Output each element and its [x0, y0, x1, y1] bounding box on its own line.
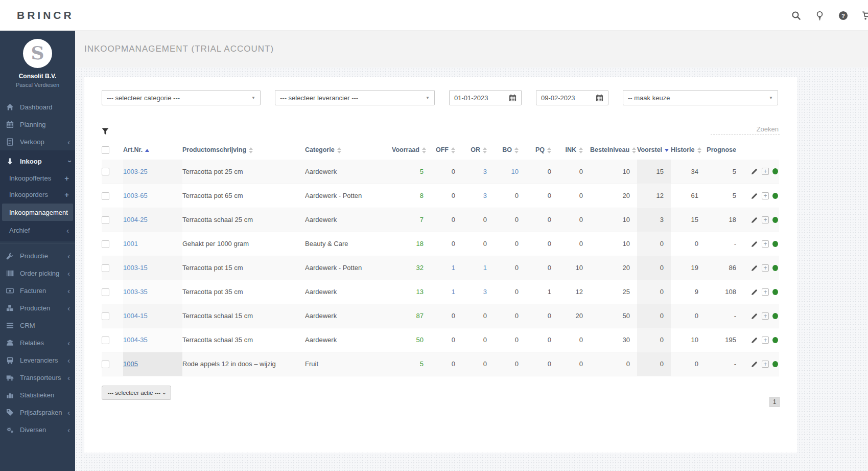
- sort-icon[interactable]: [337, 147, 341, 153]
- plus-square-icon[interactable]: +: [762, 216, 769, 223]
- column-header-pq[interactable]: PQ: [526, 140, 558, 160]
- row-checkbox[interactable]: [102, 337, 109, 344]
- sidebar-item-archief[interactable]: Archief‹: [0, 222, 75, 238]
- pencil-icon[interactable]: [751, 240, 758, 248]
- sidebar-item-transporteurs[interactable]: Transporteurs‹: [0, 369, 75, 386]
- category-select[interactable]: --- selecteer categorie --- ▼: [102, 90, 261, 105]
- column-header-prognose[interactable]: Prognose: [706, 140, 743, 160]
- calendar-icon[interactable]: [596, 94, 603, 102]
- row-checkbox[interactable]: [102, 240, 109, 248]
- sort-asc-icon[interactable]: [145, 149, 149, 152]
- sidebar-item-facturen[interactable]: Facturen‹: [0, 282, 75, 299]
- sidebar-item-prijsafspraken[interactable]: Prijsafspraken‹: [0, 403, 75, 421]
- category-cell: Aardewerk: [305, 208, 392, 232]
- sidebar-item-diversen[interactable]: Diversen‹: [0, 421, 75, 438]
- artnr-link[interactable]: 1004-15: [123, 312, 148, 320]
- plus-square-icon[interactable]: +: [762, 168, 769, 175]
- column-header-ink[interactable]: INK: [558, 140, 590, 160]
- sidebar-item-productie[interactable]: Productie‹: [0, 247, 75, 264]
- sidebar-item-producten[interactable]: Producten‹: [0, 299, 75, 317]
- pencil-icon[interactable]: [751, 288, 758, 296]
- date-from-input[interactable]: [454, 94, 509, 102]
- sort-icon[interactable]: [632, 147, 636, 153]
- sidebar-item-planning[interactable]: Planning: [0, 116, 75, 133]
- sort-icon[interactable]: [422, 147, 426, 153]
- sort-icon[interactable]: [249, 147, 253, 153]
- pencil-icon[interactable]: [751, 361, 758, 368]
- plus-icon[interactable]: +: [64, 190, 69, 199]
- sidebar-item-verkoop[interactable]: Verkoop‹: [0, 133, 75, 150]
- artnr-link[interactable]: 1004-35: [123, 336, 148, 344]
- supplier-select[interactable]: --- selecteer leverancier --- ▼: [275, 90, 435, 105]
- sort-icon[interactable]: [451, 147, 455, 153]
- artnr-link[interactable]: 1003-65: [123, 192, 148, 199]
- sort-icon[interactable]: [483, 147, 487, 153]
- sort-desc-icon[interactable]: [665, 149, 669, 152]
- column-header-voorraad[interactable]: Voorraad: [392, 140, 431, 160]
- plus-square-icon[interactable]: +: [762, 264, 769, 272]
- sort-icon[interactable]: [579, 147, 583, 153]
- pencil-icon[interactable]: [751, 216, 758, 223]
- pencil-icon[interactable]: [751, 264, 758, 272]
- sidebar-item-inkoopoffertes[interactable]: Inkoopoffertes+: [0, 170, 75, 186]
- row-checkbox[interactable]: [102, 361, 109, 368]
- sidebar-item-inkoop[interactable]: Inkoop‹: [0, 152, 75, 170]
- pencil-icon[interactable]: [751, 337, 758, 344]
- column-header-bestelniveau[interactable]: Bestelniveau: [590, 140, 637, 160]
- sort-icon[interactable]: [697, 147, 701, 153]
- column-header-or[interactable]: OR: [462, 140, 494, 160]
- plus-square-icon[interactable]: +: [762, 192, 769, 199]
- column-header-art-nr-[interactable]: Art.Nr.: [123, 140, 182, 160]
- column-header-off[interactable]: OFF: [431, 140, 462, 160]
- row-checkbox[interactable]: [102, 168, 109, 175]
- sidebar-item-relaties[interactable]: Relaties‹: [0, 334, 75, 351]
- row-checkbox[interactable]: [102, 288, 109, 296]
- column-header-bo[interactable]: BO: [494, 140, 526, 160]
- sidebar-item-dashboard[interactable]: Dashboard: [0, 98, 75, 116]
- row-checkbox[interactable]: [102, 312, 109, 320]
- row-checkbox[interactable]: [102, 192, 109, 200]
- plus-square-icon[interactable]: +: [762, 240, 769, 248]
- column-header-productomschrijving[interactable]: Productomschrijving: [182, 140, 305, 160]
- plus-square-icon[interactable]: +: [762, 288, 769, 296]
- row-checkbox[interactable]: [102, 216, 109, 224]
- plus-square-icon[interactable]: +: [762, 312, 769, 320]
- date-to-input[interactable]: [541, 94, 596, 102]
- sort-icon[interactable]: [547, 147, 551, 153]
- table-search-input[interactable]: [711, 124, 780, 135]
- help-icon[interactable]: ?: [838, 11, 848, 20]
- artnr-link[interactable]: 1003-25: [123, 168, 148, 175]
- calendar-icon[interactable]: [509, 94, 517, 102]
- sidebar-item-inkooporders[interactable]: Inkooporders+: [0, 186, 75, 203]
- bulk-action-select[interactable]: --- selecteer actie --- ⌄: [102, 386, 171, 400]
- company-avatar[interactable]: S: [23, 39, 52, 68]
- column-header-categorie[interactable]: Categorie: [305, 140, 392, 160]
- sidebar-item-order-picking[interactable]: Order picking‹: [0, 264, 75, 282]
- search-icon[interactable]: [791, 11, 801, 20]
- sidebar-item-statistieken[interactable]: Statistieken: [0, 386, 75, 403]
- artnr-link[interactable]: 1003-35: [123, 288, 148, 296]
- sidebar-item-inkoopmanagement[interactable]: Inkoopmanagement: [2, 204, 73, 221]
- row-checkbox[interactable]: [102, 264, 109, 272]
- sort-icon[interactable]: [514, 147, 519, 153]
- choice-select[interactable]: -- maak keuze ▼: [623, 90, 778, 105]
- select-all-checkbox[interactable]: [102, 146, 109, 154]
- artnr-link[interactable]: 1001: [123, 240, 138, 248]
- artnr-link[interactable]: 1004-25: [123, 216, 148, 223]
- sidebar-item-crm[interactable]: CRM: [0, 317, 75, 334]
- column-header-voorstel[interactable]: Voorstel: [637, 140, 671, 160]
- artnr-link[interactable]: 1005: [123, 360, 138, 368]
- pagination-page-1[interactable]: 1: [769, 397, 780, 407]
- cart-icon[interactable]: [862, 11, 868, 20]
- lightbulb-icon[interactable]: [815, 11, 825, 20]
- plus-icon[interactable]: +: [64, 174, 69, 183]
- pencil-icon[interactable]: [751, 168, 758, 175]
- column-header-historie[interactable]: Historie: [671, 140, 706, 160]
- pencil-icon[interactable]: [751, 192, 758, 199]
- filter-funnel-icon[interactable]: [102, 128, 109, 135]
- plus-square-icon[interactable]: +: [762, 361, 769, 368]
- pencil-icon[interactable]: [751, 312, 758, 320]
- sidebar-item-leveranciers[interactable]: Leveranciers‹: [0, 351, 75, 369]
- plus-square-icon[interactable]: +: [762, 337, 769, 344]
- artnr-link[interactable]: 1003-15: [123, 264, 148, 272]
